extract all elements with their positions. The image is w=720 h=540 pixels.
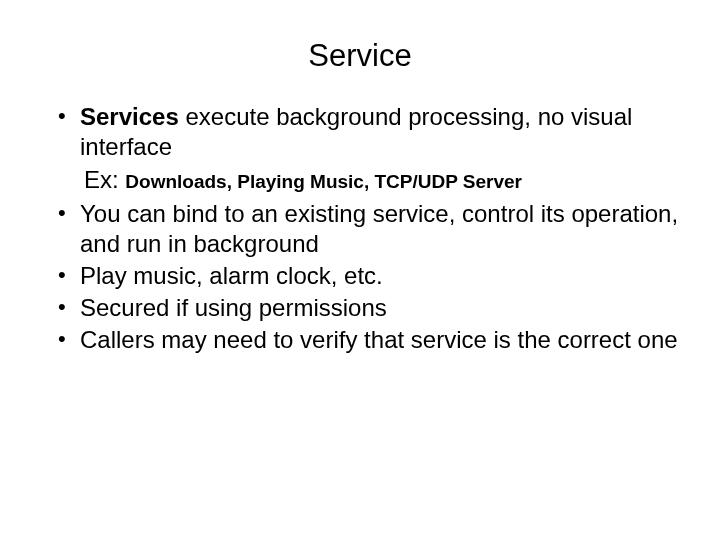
bullet-item: Services execute background processing, … — [58, 102, 690, 162]
bullet-text: Play music, alarm clock, etc. — [80, 262, 383, 289]
example-prefix: Ex: — [84, 166, 125, 193]
bullet-list: You can bind to an existing service, con… — [30, 199, 690, 355]
slide-title: Service — [30, 38, 690, 74]
bullet-item: You can bind to an existing service, con… — [58, 199, 690, 259]
bullet-text: You can bind to an existing service, con… — [80, 200, 678, 257]
bullet-item: Play music, alarm clock, etc. — [58, 261, 690, 291]
bullet-text: Callers may need to verify that service … — [80, 326, 678, 353]
example-detail: Downloads, Playing Music, TCP/UDP Server — [125, 171, 522, 192]
bullet-bold-text: Services — [80, 103, 179, 130]
bullet-item: Secured if using permissions — [58, 293, 690, 323]
bullet-text: Secured if using permissions — [80, 294, 387, 321]
bullet-item: Callers may need to verify that service … — [58, 325, 690, 355]
example-line: Ex: Downloads, Playing Music, TCP/UDP Se… — [30, 164, 690, 195]
bullet-list: Services execute background processing, … — [30, 102, 690, 162]
